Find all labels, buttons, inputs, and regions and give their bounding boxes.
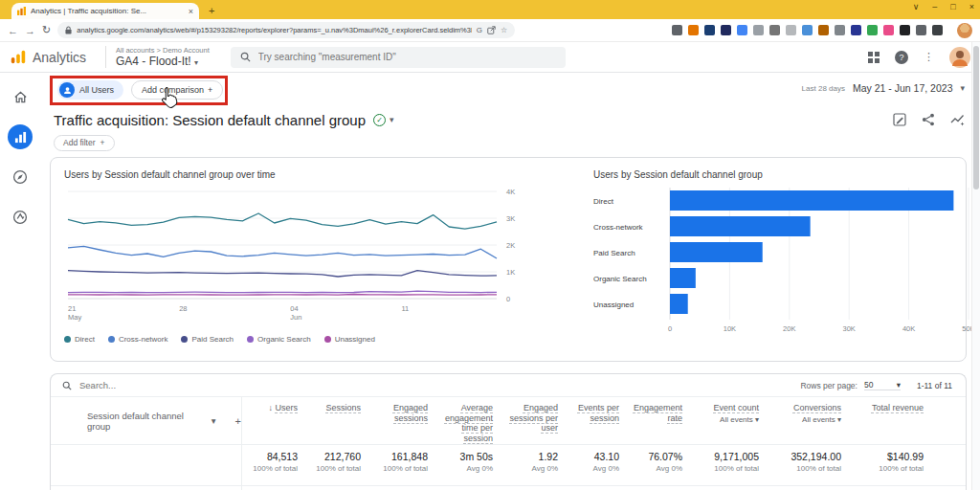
column-header-conversions[interactable]: ConversionsAll events ▾ [765, 403, 847, 425]
metric-filter[interactable]: All events ▾ [765, 415, 841, 426]
google-g-icon[interactable]: G [477, 26, 482, 34]
extension-icon[interactable] [851, 25, 861, 35]
back-icon[interactable]: ← [8, 25, 18, 36]
insights-icon[interactable] [950, 113, 965, 126]
column-header-total-revenue[interactable]: Total revenue [847, 403, 929, 413]
svg-text:Paid Search: Paid Search [593, 249, 635, 257]
column-header-event-count[interactable]: Event countAll events ▾ [688, 403, 765, 425]
extension-icon[interactable] [721, 25, 731, 35]
nav-home-icon[interactable] [8, 84, 33, 109]
svg-text:Direct: Direct [593, 197, 614, 206]
extension-icon[interactable] [753, 25, 764, 35]
line-chart-block: Users by Session default channel group o… [64, 169, 567, 353]
org-grid-icon[interactable] [868, 52, 880, 63]
cell: 5,474,971 [688, 486, 765, 490]
extension-icon[interactable] [916, 25, 926, 35]
share-report-icon[interactable] [922, 113, 935, 126]
tab-close-icon[interactable]: × [189, 7, 193, 16]
minimize-icon[interactable]: – [932, 2, 937, 11]
lock-icon [65, 26, 72, 34]
column-header-engagement-rate[interactable]: Engagement rate [625, 403, 688, 423]
maximize-icon[interactable]: □ [950, 2, 955, 11]
tab-search-icon[interactable]: ∨ [913, 2, 920, 11]
line-chart-title: Users by Session default channel group o… [64, 169, 567, 180]
rows-per-page-select[interactable]: 50 ▾ [864, 380, 901, 390]
table-row[interactable]: 1 Direct 47,999104,69763,4954m 02s1.8559… [51, 485, 966, 490]
legend-item: Cross-network [108, 335, 168, 344]
charts-card: Users by Session default channel group o… [50, 157, 967, 362]
nav-advertising-icon[interactable] [8, 205, 33, 230]
extension-icon[interactable] [688, 25, 699, 35]
left-nav [0, 73, 40, 490]
chart-legend: DirectCross-networkPaid SearchOrganic Se… [64, 335, 567, 344]
extension-icon[interactable] [867, 25, 878, 35]
extension-icon[interactable] [802, 25, 813, 35]
dimension-caret-icon[interactable]: ▾ [212, 415, 216, 426]
column-header-sessions[interactable]: Sessions [303, 403, 367, 413]
extension-icon[interactable] [769, 25, 780, 35]
new-tab-button[interactable]: + [209, 5, 214, 16]
extension-icon[interactable] [704, 25, 715, 35]
dimension-header[interactable]: Session default channel group ▾ + [51, 397, 242, 444]
extension-icon[interactable] [818, 25, 829, 35]
metric-filter[interactable]: All events ▾ [688, 415, 759, 426]
svg-text:Jun: Jun [290, 313, 301, 322]
column-header-engaged-sessions[interactable]: Engaged sessions [367, 403, 434, 423]
total-cell: 76.07%Avg 0% [625, 445, 688, 485]
cell: 1.85 [499, 486, 564, 490]
page-title: Traffic acquisition: Session default cha… [54, 112, 366, 128]
svg-text:28: 28 [179, 304, 187, 313]
total-cell: 9,171,005100% of total [688, 445, 765, 485]
table-search-input[interactable] [79, 380, 271, 390]
extension-icon[interactable] [932, 25, 943, 35]
report-caret-icon[interactable]: ▾ [390, 115, 394, 124]
scrollbar-thumb[interactable] [973, 46, 979, 189]
extension-icon[interactable] [900, 25, 910, 35]
browser-tab-bar: Analytics | Traffic acquisition: Se... ×… [0, 0, 980, 19]
date-range-picker[interactable]: Last 28 days May 21 - Jun 17, 2023 ▾ [802, 82, 965, 94]
extension-icon[interactable] [835, 25, 845, 35]
account-switcher[interactable]: All accounts > Demo Account GA4 - Flood-… [105, 46, 210, 68]
share-icon[interactable] [487, 26, 496, 34]
address-bar[interactable]: analytics.google.com/analytics/web/#/p15… [57, 22, 515, 38]
user-avatar[interactable] [949, 47, 970, 68]
search-bar[interactable] [231, 47, 566, 68]
extension-icon[interactable] [737, 25, 747, 35]
bar-chart[interactable]: 010K20K30K40K50KDirectCross-networkPaid … [593, 186, 976, 343]
browser-tab[interactable]: Analytics | Traffic acquisition: Se... × [11, 3, 199, 19]
analytics-favicon [17, 7, 26, 15]
svg-text:May: May [68, 313, 81, 322]
search-input[interactable] [258, 52, 526, 62]
add-filter-button[interactable]: Add filter + [54, 135, 115, 151]
legend-item: Paid Search [181, 335, 234, 344]
total-cell: 3m 50sAvg 0% [434, 445, 499, 485]
cell: 4m 02s [434, 486, 499, 490]
nav-explore-icon[interactable] [8, 165, 33, 189]
column-header-events-per-session[interactable]: Events per session [564, 403, 625, 423]
window-scrollbar[interactable] [971, 42, 980, 490]
filter-plus-icon: + [100, 138, 105, 147]
column-header-users[interactable]: ↓ Users [242, 403, 303, 413]
add-dimension-icon[interactable]: + [235, 415, 241, 427]
help-icon[interactable]: ? [895, 51, 908, 64]
bookmark-star-icon[interactable]: ☆ [501, 26, 507, 34]
table-search-icon [62, 381, 72, 390]
column-header-engaged-sessions-per-user[interactable]: Engaged sessions per user [499, 403, 564, 434]
browser-profile-avatar[interactable] [957, 23, 972, 38]
legend-dot-icon [108, 336, 115, 343]
customize-report-icon[interactable] [893, 113, 906, 126]
extension-icon[interactable] [883, 25, 894, 35]
column-header-average-engagement-time-per-session[interactable]: Average engagement time per session [434, 403, 499, 443]
data-quality-icon[interactable]: ✓ [373, 114, 386, 126]
forward-icon[interactable]: → [25, 25, 35, 36]
reload-icon[interactable]: ↻ [42, 24, 51, 36]
legend-item: Direct [64, 335, 95, 344]
extension-icon[interactable] [672, 25, 682, 35]
extension-icon[interactable] [786, 25, 796, 35]
window-close-icon[interactable]: × [969, 2, 974, 11]
more-menu-icon[interactable]: ⋮ [924, 51, 934, 63]
analytics-header: Analytics All accounts > Demo Account GA… [0, 42, 980, 73]
total-cell: 1.92Avg 0% [499, 445, 564, 485]
nav-reports-icon[interactable] [8, 124, 33, 149]
line-chart[interactable]: 01K2K3K4K21May2804Jun11 [64, 186, 567, 331]
